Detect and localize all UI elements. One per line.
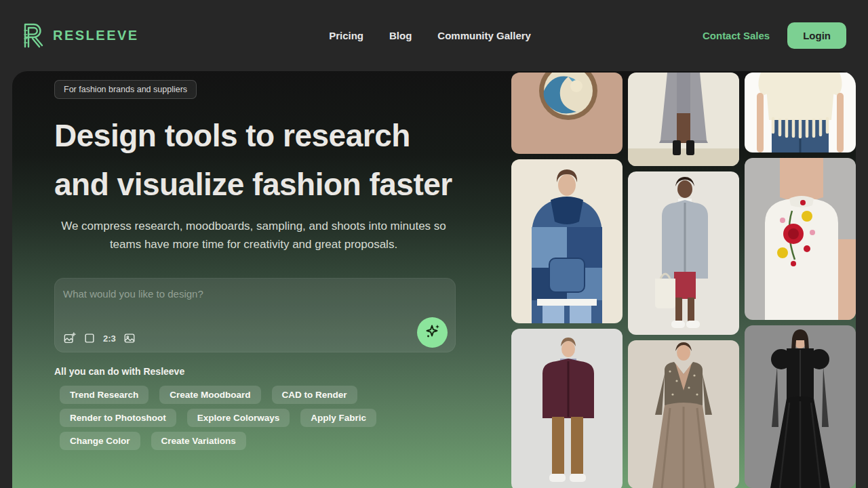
- login-button[interactable]: Login: [787, 22, 846, 49]
- hero-panel: For fashion brands and suppliers Design …: [12, 71, 856, 488]
- resleeve-logo-icon: [22, 21, 46, 51]
- nav-link-community-gallery[interactable]: Community Gallery: [437, 30, 531, 41]
- nav-link-pricing[interactable]: Pricing: [329, 30, 363, 41]
- logo-wordmark: RESLEEVE: [53, 28, 139, 43]
- design-prompt-box[interactable]: 2:3: [54, 278, 456, 352]
- capabilities-label: All you can do with Resleeve: [54, 366, 461, 377]
- gallery-column-1: [511, 73, 623, 488]
- chip-apply-fabric[interactable]: Apply Fabric: [300, 409, 376, 427]
- chip-cad-to-render[interactable]: CAD to Render: [272, 386, 357, 404]
- chip-create-variations[interactable]: Create Variations: [151, 432, 246, 450]
- aspect-ratio-value[interactable]: 2:3: [103, 333, 116, 344]
- generate-button[interactable]: [417, 317, 448, 348]
- chip-explore-colorways[interactable]: Explore Colorways: [187, 409, 290, 427]
- gallery-column-3: [745, 73, 856, 488]
- hero-content: For fashion brands and suppliers Design …: [54, 71, 461, 450]
- gallery-image-denim-hoodie[interactable]: [511, 159, 623, 323]
- gallery-column-2: [628, 73, 739, 488]
- audience-badge: For fashion brands and suppliers: [54, 80, 197, 99]
- gallery-image-grey-coat-red-skirt[interactable]: [628, 171, 739, 335]
- chip-render-to-photoshoot[interactable]: Render to Photoshoot: [60, 409, 176, 427]
- contact-sales-link[interactable]: Contact Sales: [703, 30, 770, 41]
- gallery-icon[interactable]: [123, 332, 136, 344]
- chip-trend-research[interactable]: Trend Research: [60, 386, 149, 404]
- page-title: Design tools to research and visualize f…: [54, 111, 461, 209]
- nav-link-blog[interactable]: Blog: [389, 30, 412, 41]
- fashion-gallery: [511, 73, 856, 488]
- capability-chips: Trend Research Create Moodboard CAD to R…: [60, 386, 467, 450]
- chip-change-color[interactable]: Change Color: [60, 432, 140, 450]
- gallery-image-grey-coord[interactable]: [628, 73, 739, 166]
- design-prompt-input[interactable]: [55, 279, 455, 322]
- prompt-toolbar: 2:3: [64, 332, 136, 344]
- gallery-image-hat[interactable]: [511, 73, 623, 154]
- gallery-image-black-gown[interactable]: [745, 325, 856, 488]
- top-navigation: RESLEEVE Pricing Blog Community Gallery …: [0, 0, 868, 71]
- chip-create-moodboard[interactable]: Create Moodboard: [159, 386, 260, 404]
- add-image-icon[interactable]: [64, 332, 76, 344]
- sparkles-icon: [424, 323, 441, 342]
- gallery-image-flower-top[interactable]: [745, 158, 856, 320]
- resleeve-logo[interactable]: RESLEEVE: [22, 21, 139, 51]
- nav-links: Pricing Blog Community Gallery: [329, 30, 531, 41]
- nav-actions: Contact Sales Login: [703, 22, 846, 49]
- gallery-image-fringe-top[interactable]: [745, 73, 856, 152]
- gallery-image-burgundy-jacket[interactable]: [511, 329, 623, 488]
- aspect-square-icon[interactable]: [83, 332, 96, 344]
- hero-subheading: We compress research, moodboards, sampli…: [54, 217, 453, 253]
- gallery-image-metallic-gown[interactable]: [628, 340, 739, 488]
